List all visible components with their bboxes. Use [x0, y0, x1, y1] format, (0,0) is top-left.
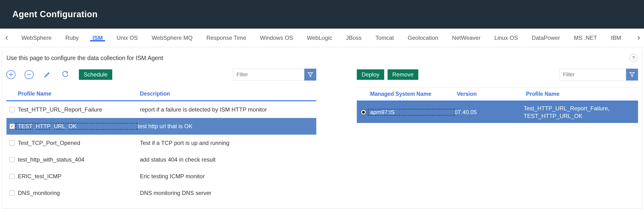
row-checkbox-cell	[6, 140, 18, 146]
table-row[interactable]: apm97:IS07.40.05Test_HTTP_URL_Report_Fai…	[357, 102, 638, 123]
cell-description: Test if a TCP port is up and running	[140, 140, 316, 146]
instruction-row: Use this page to configure the data coll…	[2, 50, 642, 64]
row-checkbox[interactable]	[10, 124, 15, 129]
table-row[interactable]: Test_TCP_Port_OpenedTest if a TCP port i…	[6, 135, 316, 151]
tab-websphere-mq[interactable]: WebSphere MQ	[152, 34, 192, 41]
page-title: Agent Configuration	[12, 9, 98, 19]
title-bar: Agent Configuration	[0, 0, 644, 28]
tab-ism[interactable]: ISM	[92, 34, 103, 41]
tab-ibm[interactable]: IBM	[611, 34, 621, 41]
table-row[interactable]: ERIC_test_ICMPEric testing ICMP monitor	[6, 168, 316, 185]
cell-description: test http url that is OK	[138, 123, 316, 130]
content-frame: Use this page to configure the data coll…	[2, 50, 642, 209]
tab-scroll-right[interactable]	[636, 28, 642, 47]
plus-icon	[9, 72, 13, 77]
cell-description: add status 404 in check result	[140, 156, 316, 163]
tab-ruby[interactable]: Ruby	[65, 34, 79, 41]
agent-tabs: WebSphereRubyISMUnix OSWebSphere MQRespo…	[0, 28, 644, 47]
row-radio[interactable]	[360, 110, 366, 115]
help-button[interactable]: ?	[630, 54, 638, 62]
cell-profile-name: test_http_with_status_404	[18, 156, 140, 163]
table-row[interactable]: TEST_HTTP_URL_OKtest http url that is OK	[6, 118, 316, 135]
cell-managed-system: apm97:IS	[368, 109, 454, 116]
minus-icon	[27, 72, 31, 77]
tab-weblogic[interactable]: WebLogic	[307, 34, 332, 41]
row-checkbox[interactable]	[10, 157, 15, 162]
refresh-icon	[62, 71, 69, 78]
systems-grid-header: Managed System Name Version Profile Name	[357, 87, 638, 102]
systems-panel: Deploy Remove Managed System Name Versio…	[357, 69, 638, 123]
tab-unix-os[interactable]: Unix OS	[116, 34, 138, 41]
row-checkbox[interactable]	[10, 140, 15, 146]
col-description[interactable]: Description	[140, 90, 316, 97]
tab-linux-os[interactable]: Linux OS	[494, 34, 518, 41]
edit-button[interactable]	[43, 70, 52, 79]
table-row[interactable]: test_http_with_status_404add status 404 …	[6, 151, 316, 168]
filter-icon	[629, 72, 635, 78]
row-checkbox-cell	[6, 157, 18, 162]
chevron-left-icon	[6, 36, 8, 40]
tab-jboss[interactable]: JBoss	[346, 34, 362, 41]
col-profile-name[interactable]: Profile Name	[526, 91, 638, 97]
systems-filter	[560, 69, 638, 80]
cell-profile-name: Test_TCP_Port_Opened	[18, 140, 140, 146]
cell-profile-name: ERIC_test_ICMP	[18, 173, 140, 180]
profiles-filter-input[interactable]	[233, 69, 304, 80]
profiles-grid-header: Profile Name Description	[6, 87, 316, 101]
systems-grid: Managed System Name Version Profile Name…	[357, 87, 638, 123]
profiles-panel: Schedule Profile Name Description Test_H…	[6, 69, 316, 201]
table-row[interactable]: DNS_monitoringDNS monitoring DNS server	[6, 185, 316, 201]
instruction-text: Use this page to configure the data coll…	[6, 54, 163, 62]
chevron-right-icon	[638, 36, 640, 40]
profiles-filter	[233, 69, 316, 80]
tab-netweaver[interactable]: NetWeaver	[452, 34, 481, 41]
row-checkbox[interactable]	[10, 174, 15, 179]
systems-toolbar: Deploy Remove	[357, 69, 638, 80]
row-checkbox-cell	[6, 174, 18, 179]
cell-profile-name: DNS_monitoring	[18, 190, 140, 196]
profiles-toolbar: Schedule	[6, 69, 316, 80]
tab-tomcat[interactable]: Tomcat	[376, 34, 394, 41]
row-checkbox[interactable]	[10, 190, 15, 196]
row-checkbox[interactable]	[10, 107, 15, 112]
tab-datapower[interactable]: DataPower	[532, 34, 560, 41]
tab-geolocation[interactable]: Geolocation	[408, 34, 438, 41]
systems-filter-button[interactable]	[626, 69, 638, 80]
cell-version: 07.40.05	[454, 109, 524, 116]
cell-description: Eric testing ICMP monitor	[140, 173, 316, 180]
cell-description: report if a failure is detected by ISM H…	[140, 106, 316, 113]
systems-filter-input[interactable]	[560, 69, 626, 80]
schedule-button[interactable]: Schedule	[79, 69, 112, 80]
profiles-grid: Profile Name Description Test_HTTP_URL_R…	[6, 87, 316, 201]
tab-ms-net[interactable]: MS .NET	[574, 34, 597, 41]
col-managed-system[interactable]: Managed System Name	[357, 91, 457, 97]
cell-profile-name: Test_HTTP_URL_Report_Failure, TEST_HTTP_…	[524, 104, 638, 120]
tab-websphere[interactable]: WebSphere	[22, 34, 52, 41]
tab-response-time[interactable]: Response Time	[206, 34, 246, 41]
filter-icon	[307, 72, 314, 78]
add-button[interactable]	[6, 70, 16, 79]
deploy-button[interactable]: Deploy	[357, 69, 384, 80]
row-checkbox-cell	[6, 190, 18, 196]
remove-profile-button[interactable]: Remove	[388, 69, 418, 80]
row-checkbox-cell	[6, 107, 18, 112]
col-version[interactable]: Version	[457, 91, 526, 97]
cell-profile-name: TEST_HTTP_URL_OK	[16, 123, 138, 130]
cell-profile-name: Test_HTTP_URL_Report_Failure	[18, 106, 140, 113]
table-row[interactable]: Test_HTTP_URL_Report_Failurereport if a …	[6, 101, 316, 118]
pencil-icon	[44, 71, 50, 78]
tab-windows-os[interactable]: Windows OS	[260, 34, 293, 41]
tab-scroll-left[interactable]	[3, 28, 10, 47]
col-profile-name[interactable]: Profile Name	[6, 90, 140, 97]
refresh-button[interactable]	[61, 70, 70, 79]
cell-description: DNS monitoring DNS server	[140, 190, 316, 196]
profiles-filter-button[interactable]	[304, 69, 316, 80]
remove-button[interactable]	[24, 70, 34, 79]
